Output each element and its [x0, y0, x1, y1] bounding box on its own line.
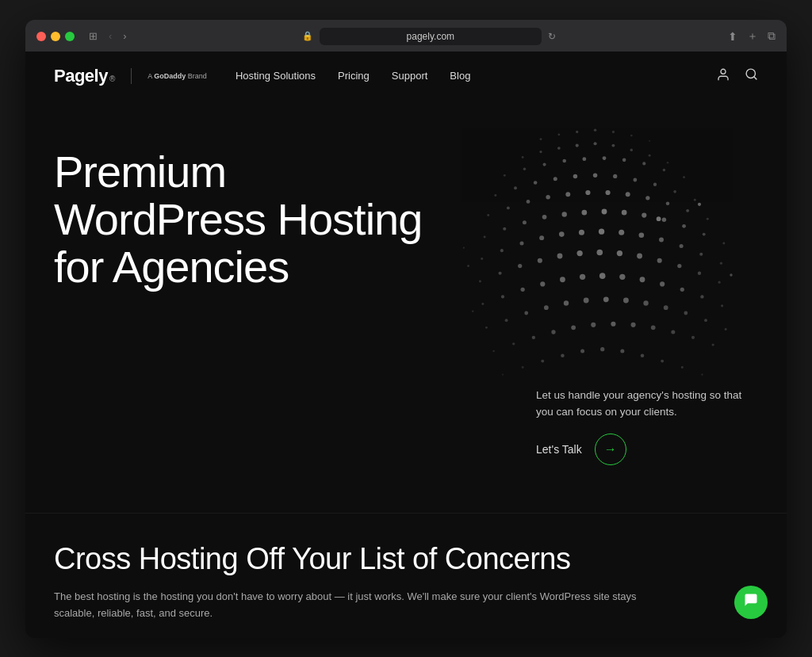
svg-point-91: [481, 303, 484, 305]
share-icon[interactable]: ⬆: [728, 30, 737, 43]
chat-bubble-button[interactable]: [734, 586, 768, 619]
svg-point-8: [630, 134, 633, 136]
hero-description: Let us handle your agency's hosting so t…: [536, 388, 758, 421]
logo[interactable]: Pagely ®: [54, 66, 115, 86]
hero-right-panel: Let us handle your agency's hosting so t…: [536, 388, 758, 465]
browser-controls: ⊞ ‹ ›: [86, 29, 130, 44]
minimize-button[interactable]: [51, 32, 60, 41]
svg-point-103: [721, 304, 723, 307]
svg-point-6: [594, 128, 596, 131]
svg-point-7: [612, 130, 615, 132]
svg-point-128: [712, 343, 714, 346]
security-icon: 🔒: [302, 31, 313, 41]
browser-chrome: ⊞ ‹ › 🔒 ↻ ⬆ ＋ ⧉: [25, 20, 787, 52]
website-wrapper: Pagely ® A GoDaddy Brand Hosting Solutio…: [25, 52, 787, 638]
nav-right: [716, 67, 758, 85]
website: Pagely ® A GoDaddy Brand Hosting Solutio…: [25, 52, 787, 638]
url-input[interactable]: [320, 28, 542, 45]
svg-point-117: [492, 350, 495, 352]
svg-line-2: [754, 77, 756, 79]
logo-text: Pagely: [54, 66, 108, 86]
svg-point-123: [611, 321, 615, 326]
close-button[interactable]: [36, 32, 46, 41]
sidebar-toggle-icon[interactable]: ⊞: [86, 29, 101, 44]
svg-point-120: [551, 330, 555, 334]
svg-point-112: [643, 300, 648, 305]
svg-point-125: [651, 325, 656, 330]
svg-point-132: [561, 353, 565, 357]
svg-point-136: [641, 353, 645, 357]
svg-point-124: [630, 322, 635, 327]
svg-point-127: [691, 335, 695, 338]
cross-hosting-section: Cross Hosting Off Your List of Concerns …: [25, 513, 787, 638]
svg-point-15: [611, 143, 615, 147]
svg-point-105: [505, 319, 508, 322]
svg-point-130: [522, 366, 524, 369]
forward-button[interactable]: ›: [120, 29, 129, 44]
svg-point-5: [576, 130, 578, 132]
traffic-lights: [36, 32, 75, 41]
hero-cta: Let's Talk →: [536, 434, 758, 465]
svg-point-115: [704, 319, 707, 322]
chat-icon: [743, 592, 759, 612]
address-bar: 🔒 ↻: [138, 28, 720, 45]
search-icon[interactable]: [745, 67, 758, 84]
hero-title: Premium WordPress Hosting for Agencies: [54, 148, 435, 292]
back-button[interactable]: ‹: [105, 29, 115, 44]
nav-item-hosting-solutions[interactable]: Hosting Solutions: [236, 70, 316, 82]
nav-item-blog[interactable]: Blog: [450, 70, 470, 82]
maximize-button[interactable]: [65, 32, 75, 41]
cta-arrow-button[interactable]: →: [595, 434, 626, 465]
svg-point-129: [502, 373, 504, 375]
svg-point-118: [512, 342, 515, 345]
svg-point-106: [524, 311, 528, 315]
hero-content: Premium WordPress Hosting for Agencies: [54, 148, 758, 292]
svg-point-9: [649, 139, 650, 141]
svg-point-121: [571, 325, 576, 330]
svg-point-104: [485, 326, 488, 328]
svg-point-0: [721, 69, 726, 74]
svg-point-113: [664, 305, 668, 310]
arrow-right-icon: →: [604, 442, 617, 456]
cta-lets-talk-link[interactable]: Let's Talk: [536, 443, 582, 456]
svg-point-109: [584, 297, 589, 303]
svg-point-137: [661, 359, 664, 362]
svg-point-116: [725, 328, 727, 330]
svg-point-138: [681, 366, 684, 369]
svg-point-145: [472, 310, 474, 312]
logo-container: Pagely ® A GoDaddy Brand: [54, 66, 207, 86]
logo-sup: ®: [109, 74, 115, 83]
svg-point-139: [701, 373, 703, 375]
new-tab-icon[interactable]: ＋: [747, 29, 758, 44]
svg-point-131: [541, 359, 544, 362]
user-icon[interactable]: [716, 67, 730, 85]
logo-divider: [131, 68, 132, 84]
hero-section: Premium WordPress Hosting for Agencies L…: [25, 101, 787, 513]
svg-point-119: [532, 335, 535, 338]
refresh-icon[interactable]: ↻: [548, 31, 556, 42]
nav-item-pricing[interactable]: Pricing: [338, 70, 370, 82]
svg-point-111: [623, 297, 629, 303]
svg-point-110: [603, 296, 609, 302]
svg-point-122: [591, 322, 596, 327]
browser-actions: ⬆ ＋ ⧉: [728, 29, 776, 44]
cross-hosting-description: The best hosting is the hosting you don'…: [54, 589, 672, 622]
svg-point-108: [564, 300, 569, 305]
svg-point-135: [620, 349, 624, 353]
svg-point-3: [540, 138, 542, 140]
svg-point-107: [544, 305, 549, 310]
nav-links: Hosting Solutions Pricing Support Blog: [236, 70, 716, 82]
svg-point-14: [594, 142, 597, 145]
svg-point-92: [501, 295, 504, 298]
svg-point-114: [684, 311, 688, 315]
svg-point-126: [671, 330, 675, 334]
svg-point-133: [580, 349, 584, 353]
svg-point-4: [557, 133, 560, 136]
svg-point-102: [700, 295, 703, 298]
nav-item-support[interactable]: Support: [392, 70, 428, 82]
windows-icon[interactable]: ⧉: [768, 29, 776, 43]
svg-point-13: [576, 143, 579, 147]
navigation: Pagely ® A GoDaddy Brand Hosting Solutio…: [25, 52, 787, 101]
cross-hosting-title: Cross Hosting Off Your List of Concerns: [54, 542, 758, 576]
godaddy-badge: A GoDaddy Brand: [147, 72, 207, 80]
